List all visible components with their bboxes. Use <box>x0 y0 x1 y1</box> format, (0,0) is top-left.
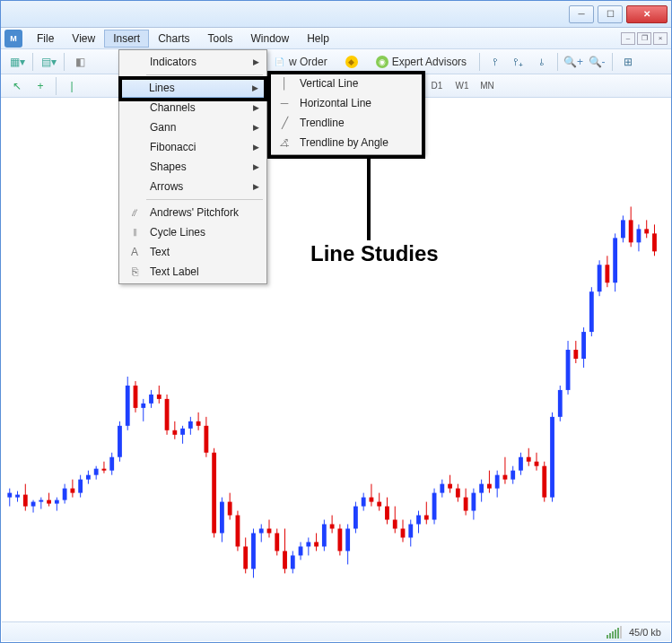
trendangle-icon: ⦨ <box>275 133 294 152</box>
svg-rect-33 <box>134 386 138 408</box>
zoom-in-icon[interactable]: 🔍+ <box>563 52 584 72</box>
svg-rect-149 <box>589 291 594 332</box>
menu-separator <box>146 74 263 75</box>
menu-item-gann[interactable]: Gann▶ <box>121 117 265 137</box>
svg-rect-13 <box>55 500 59 504</box>
menu-item-cycle-lines[interactable]: ⦀Cycle Lines <box>121 222 265 242</box>
svg-rect-83 <box>330 525 335 529</box>
tf-w1[interactable]: W1 <box>450 77 474 95</box>
chart-type-icon[interactable]: ⊞ <box>617 52 639 72</box>
submenu-item-label: Vertical Line <box>300 77 358 90</box>
hline-icon: ─ <box>275 93 294 113</box>
svg-rect-41 <box>165 399 170 430</box>
chart-area[interactable] <box>2 99 670 621</box>
svg-rect-23 <box>94 469 99 475</box>
svg-rect-157 <box>621 220 625 238</box>
tf-mn[interactable]: MN <box>476 77 499 95</box>
menu-help[interactable]: Help <box>298 30 338 48</box>
new-order-button[interactable]: 📄 w Order <box>265 52 336 72</box>
menu-item-text[interactable]: AText <box>121 242 265 262</box>
crosshair-icon[interactable]: + <box>30 76 51 96</box>
menu-tools[interactable]: Tools <box>199 30 242 48</box>
new-chart-icon[interactable]: ▦▾ <box>6 52 28 72</box>
menu-item-label: Indicators <box>150 56 196 68</box>
menu-item-shapes[interactable]: Shapes▶ <box>121 157 265 177</box>
mdi-close[interactable]: × <box>653 32 668 45</box>
svg-rect-3 <box>15 495 20 498</box>
autotrade-button[interactable]: ◆ <box>337 52 366 72</box>
menu-insert[interactable]: Insert <box>104 30 149 48</box>
menu-separator <box>146 199 263 200</box>
submenu-item-trendline-by-angle[interactable]: ⦨Trendline by Angle <box>271 133 422 152</box>
trend-icon: ╱ <box>275 113 294 133</box>
tf-d1[interactable]: D1 <box>425 77 449 95</box>
submenu-item-horizontal-line[interactable]: ─Horizontal Line <box>271 93 422 113</box>
menu-item-indicators[interactable]: Indicators▶ <box>121 52 265 72</box>
menu-file[interactable]: File <box>28 30 63 48</box>
connection-bars-icon <box>607 626 622 639</box>
svg-rect-87 <box>345 528 350 551</box>
mdi-restore[interactable]: ❐ <box>637 32 651 45</box>
menu-item-label: Channels <box>150 101 196 114</box>
maximize-button[interactable]: ☐ <box>598 5 623 23</box>
indicator-list-icon[interactable]: ⫯ <box>484 52 506 72</box>
submenu-arrow-icon: ▶ <box>253 162 259 171</box>
menu-item-label: Fibonacci <box>150 141 196 153</box>
minimize-button[interactable]: ─ <box>569 5 594 23</box>
svg-rect-63 <box>251 533 256 569</box>
menu-item-channels[interactable]: Channels▶ <box>121 98 265 117</box>
svg-rect-43 <box>172 430 177 435</box>
mdi-minimize[interactable]: – <box>621 32 635 45</box>
svg-rect-45 <box>180 429 185 435</box>
submenu-item-trendline[interactable]: ╱Trendline <box>271 113 422 133</box>
zoom-out-icon[interactable]: 🔍- <box>586 52 607 72</box>
svg-rect-35 <box>141 404 145 408</box>
profiles-icon[interactable]: ▤▾ <box>38 52 59 72</box>
svg-rect-109 <box>432 493 437 520</box>
svg-rect-89 <box>353 507 358 529</box>
menu-item-andrews-pitchfork[interactable]: ⫽Andrews' Pitchfork <box>121 203 265 222</box>
menu-item-label: Text <box>150 246 170 258</box>
menu-item-label: Andrews' Pitchfork <box>150 206 239 219</box>
menu-charts[interactable]: Charts <box>149 30 198 48</box>
menu-window[interactable]: Window <box>242 30 299 48</box>
svg-rect-121 <box>479 484 484 493</box>
menu-view[interactable]: View <box>63 30 104 48</box>
submenu-item-vertical-line[interactable]: │Vertical Line <box>271 74 422 93</box>
menu-item-lines[interactable]: Lines▶ <box>121 78 265 98</box>
svg-rect-69 <box>275 533 279 551</box>
submenu-item-label: Horizontal Line <box>300 97 371 109</box>
svg-rect-29 <box>118 426 122 457</box>
blank-icon <box>125 157 144 177</box>
svg-rect-7 <box>31 502 36 507</box>
menu-item-text-label[interactable]: ⎘Text Label <box>121 262 265 282</box>
svg-rect-59 <box>236 516 240 547</box>
svg-rect-67 <box>267 528 272 533</box>
svg-rect-17 <box>70 489 74 493</box>
diamond-icon: ◆ <box>345 56 358 68</box>
submenu-arrow-icon: ▶ <box>253 103 259 112</box>
svg-rect-77 <box>306 542 310 546</box>
separator <box>56 77 57 95</box>
periodicity-icon[interactable]: ⫯₊ <box>508 52 529 72</box>
lines-submenu: │Vertical Line─Horizontal Line╱Trendline… <box>268 71 424 155</box>
menu-item-label: Cycle Lines <box>150 226 205 239</box>
expert-advisors-button[interactable]: ◉ Expert Advisors <box>368 52 475 72</box>
close-button[interactable]: ✕ <box>626 5 668 23</box>
blank-icon <box>125 177 144 196</box>
svg-rect-117 <box>464 498 468 511</box>
templates-icon[interactable]: ⫰ <box>531 52 553 72</box>
menu-item-fibonacci[interactable]: Fibonacci▶ <box>121 137 265 157</box>
blank-icon <box>125 117 144 137</box>
market-watch-icon[interactable]: ◧ <box>69 52 91 72</box>
svg-rect-153 <box>605 265 609 282</box>
svg-rect-151 <box>598 265 602 291</box>
submenu-item-label: Trendline <box>300 117 345 129</box>
cursor-icon[interactable]: ↖ <box>6 76 28 96</box>
textlabel-icon: ⎘ <box>125 262 144 282</box>
submenu-arrow-icon: ▶ <box>252 83 258 92</box>
svg-rect-9 <box>39 500 43 502</box>
vline-icon[interactable]: | <box>61 76 83 96</box>
svg-rect-159 <box>629 220 633 242</box>
menu-item-arrows[interactable]: Arrows▶ <box>121 177 265 196</box>
